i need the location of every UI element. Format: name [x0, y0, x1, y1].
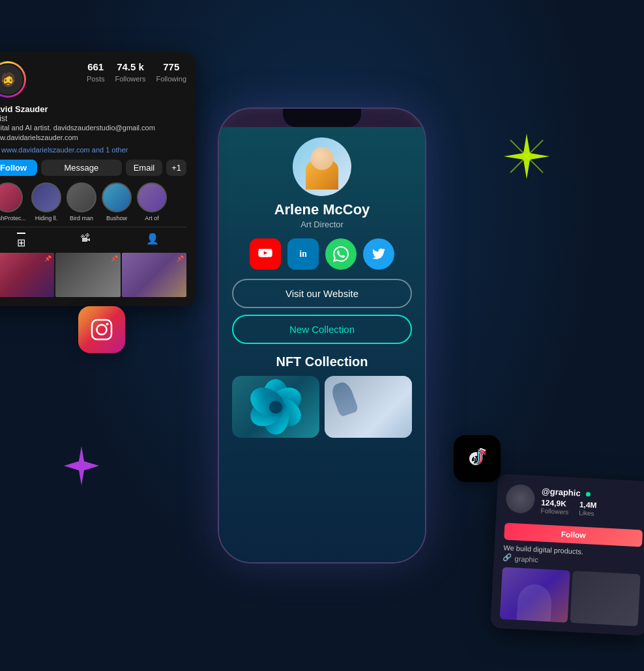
ig-following-value: 775: [156, 61, 186, 72]
ig-add-button[interactable]: +1: [166, 160, 186, 176]
youtube-button[interactable]: [250, 238, 281, 270]
petal-center: [269, 401, 282, 414]
ig-followers-label: Followers: [115, 75, 145, 83]
ig-follow-button[interactable]: Follow: [0, 160, 37, 176]
ig-followers-value: 74.5 k: [115, 61, 145, 72]
social-links: in: [250, 238, 394, 270]
instagram-app-icon[interactable]: [78, 306, 125, 353]
ig-post-3[interactable]: 📌: [122, 253, 186, 297]
ig-pin-3: 📌: [177, 255, 184, 262]
visit-website-button[interactable]: Visit our Website: [232, 279, 412, 308]
nft-item-flower[interactable]: [232, 376, 319, 438]
new-collection-button[interactable]: New Collection: [232, 315, 412, 344]
svg-text:♪: ♪: [471, 450, 478, 466]
ig-tabs: ⊞ 📽 👤: [0, 227, 186, 249]
tiktok-app-icon[interactable]: ♪: [454, 435, 501, 482]
ig-tab-grid[interactable]: ⊞: [17, 233, 25, 249]
ig-highlight-5: Art of: [137, 182, 167, 221]
tt-posts-grid: [500, 567, 641, 626]
tt-likes: 1,4M Likes: [579, 500, 597, 517]
ig-hl-label-5: Art of: [145, 215, 159, 221]
ig-link: 🔗 www.davidarielszauder.com and 1 other: [0, 146, 186, 154]
ig-stat-posts: 661 Posts: [87, 61, 105, 84]
tt-handle-row: @graphic: [542, 485, 598, 499]
nft-item-painting[interactable]: [325, 376, 412, 438]
tt-followers: 124,9K Followers: [540, 498, 569, 515]
linkedin-button[interactable]: in: [287, 238, 319, 270]
ig-hl-label-2: Hiding ll.: [35, 215, 58, 221]
profile-name: Arlene McCoy: [274, 201, 370, 218]
twitter-button[interactable]: [363, 238, 394, 270]
ig-hl-label-4: Bushow: [106, 215, 127, 221]
tt-website-text: graphic: [514, 554, 538, 564]
svg-point-3: [97, 325, 107, 335]
tt-handle: @graphic: [542, 486, 581, 498]
ig-avatar-inner: 🧔: [0, 63, 24, 96]
svg-point-4: [106, 323, 109, 326]
nft-grid: [232, 376, 412, 438]
phone-notch: [283, 109, 361, 127]
tt-avatar: [505, 483, 535, 513]
tt-follow-button[interactable]: Follow: [504, 523, 643, 547]
ig-following-label: Following: [156, 75, 186, 83]
ig-pin-1: 📌: [44, 255, 51, 262]
tt-likes-label: Likes: [579, 509, 596, 517]
ig-post-2[interactable]: 📌: [55, 253, 120, 297]
ig-tab-tagged[interactable]: 👤: [146, 233, 159, 249]
nft-painting-art: [325, 376, 412, 438]
tt-followers-label: Followers: [540, 507, 568, 515]
ig-posts-label: Posts: [87, 75, 105, 83]
ig-highlight-img-3: [66, 182, 96, 212]
ig-hl-label-1: PlushProtec...: [0, 215, 26, 221]
profile-avatar: [293, 137, 351, 196]
ig-highlight-3: Bird man: [66, 182, 96, 221]
ig-highlight-img-5: [137, 182, 167, 212]
ig-link-text: www.davidarielszauder.com and 1 other: [1, 146, 128, 154]
ig-posts-grid: 📌 📌 📌: [0, 253, 186, 297]
ig-highlight-img-2: [31, 182, 61, 212]
ig-posts-value: 661: [87, 61, 105, 72]
ig-action-buttons: Follow Message Email +1: [0, 160, 186, 176]
ig-hl-label-3: Bird man: [70, 215, 93, 221]
tt-link-icon: 🔗: [503, 553, 512, 562]
tt-user-info: @graphic 124,9K Followers 1,4M Likes: [540, 485, 598, 517]
ig-post-1[interactable]: 📌: [0, 253, 54, 297]
ig-email-button[interactable]: Email: [126, 160, 163, 176]
ig-message-button[interactable]: Message: [41, 160, 121, 176]
phone-screen: Arlene McCoy Art Director in Visit our W…: [219, 127, 425, 562]
ig-bio: Digital and AI artist. davidszauderstudi…: [0, 123, 186, 143]
ig-tab-reels[interactable]: 📽: [80, 233, 91, 249]
ig-stats: 661 Posts 74.5 k Followers 775 Following: [33, 61, 186, 84]
main-phone: Arlene McCoy Art Director in Visit our W…: [218, 107, 426, 564]
profile-title: Art Director: [300, 220, 344, 229]
tt-stats: 124,9K Followers 1,4M Likes: [540, 498, 597, 517]
ig-highlight-img-4: [102, 182, 132, 212]
nft-flower-art: [232, 376, 319, 438]
tt-header: @graphic 124,9K Followers 1,4M Likes: [505, 483, 644, 520]
ig-username: David Szauder: [0, 104, 186, 114]
ig-pin-2: 📌: [111, 255, 118, 262]
nft-section-title: NFT Collection: [276, 354, 368, 369]
ig-highlight-img-1: [0, 182, 23, 212]
tt-post-2[interactable]: [570, 571, 641, 626]
ig-highlight-2: Hiding ll.: [31, 182, 61, 221]
ig-avatar: 🧔: [0, 61, 26, 98]
ig-stat-following: 775 Following: [156, 61, 186, 84]
ig-highlights: PlushProtec... Hiding ll. Bird man Busho…: [0, 182, 186, 221]
instagram-card: 🧔 661 Posts 74.5 k Followers 775 Followi…: [0, 52, 196, 306]
tt-post-1[interactable]: [500, 567, 570, 622]
ig-highlight-1: PlushProtec...: [0, 182, 26, 221]
tiktok-card: @graphic 124,9K Followers 1,4M Likes Fol…: [490, 474, 644, 636]
tt-likes-value: 1,4M: [579, 500, 596, 509]
ig-header: 🧔 661 Posts 74.5 k Followers 775 Followi…: [0, 61, 186, 98]
whatsapp-button[interactable]: [325, 238, 357, 270]
ig-highlight-4: Bushow: [102, 182, 132, 221]
svg-rect-2: [92, 320, 111, 339]
ig-stat-followers: 74.5 k Followers: [115, 61, 145, 84]
tt-online-dot: [586, 492, 591, 496]
ig-role: Artist: [0, 114, 186, 123]
